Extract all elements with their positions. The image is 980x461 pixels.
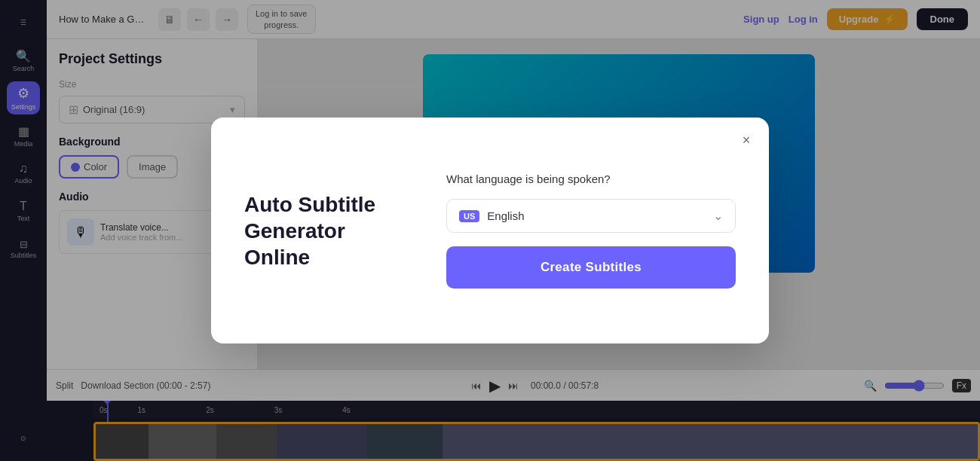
language-badge: US [459,210,479,222]
language-chevron-icon: ⌄ [713,209,723,223]
create-subtitles-button[interactable]: Create Subtitles [446,246,736,289]
modal-close-button[interactable]: × [736,130,757,151]
modal-overlay[interactable]: × Auto Subtitle Generator Online What la… [0,0,980,461]
language-select[interactable]: US English ⌄ [446,199,736,233]
modal-question: What language is being spoken? [446,172,736,185]
language-select-wrapper: US English ⌄ [446,199,736,233]
auto-subtitle-modal: × Auto Subtitle Generator Online What la… [211,118,769,343]
modal-left-section: Auto Subtitle Generator Online [244,191,410,270]
modal-right-section: What language is being spoken? US Englis… [446,172,736,289]
modal-heading: Auto Subtitle Generator Online [244,191,410,270]
language-name: English [487,209,524,222]
